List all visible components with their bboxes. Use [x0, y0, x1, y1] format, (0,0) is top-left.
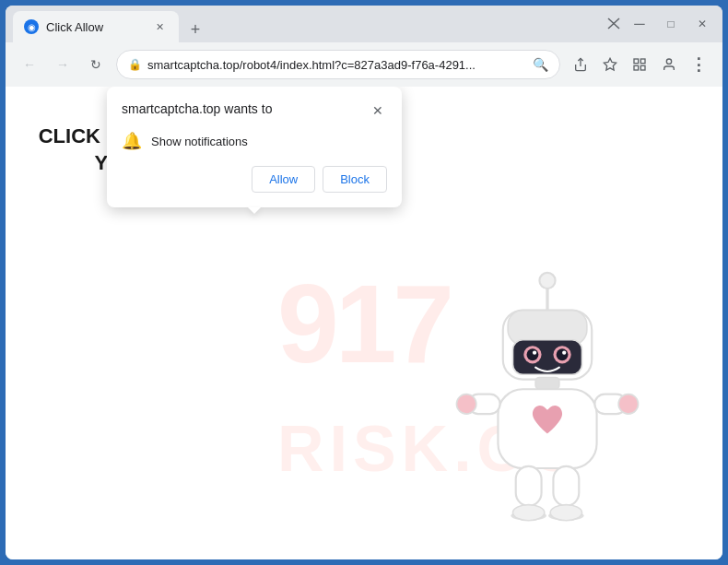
refresh-button[interactable]: ↻: [83, 52, 109, 77]
svg-point-30: [513, 505, 545, 521]
new-tab-button[interactable]: +: [182, 17, 208, 42]
robot-illustration: [446, 261, 649, 541]
active-tab[interactable]: Click Allow ✕: [13, 11, 179, 42]
svg-point-8: [666, 59, 671, 64]
svg-rect-7: [640, 65, 645, 70]
forward-button[interactable]: →: [50, 52, 76, 77]
svg-point-17: [557, 348, 569, 360]
popup-header: smartcaptcha.top wants to ✕: [122, 101, 387, 120]
svg-rect-4: [634, 59, 639, 64]
popup-title: smartcaptcha.top wants to: [122, 101, 272, 116]
svg-point-16: [527, 348, 539, 360]
svg-rect-26: [516, 466, 542, 506]
back-button[interactable]: ←: [17, 52, 42, 77]
window-controls: ─ □ ✕: [606, 11, 715, 37]
popup-buttons: Allow Block: [122, 166, 387, 193]
svg-point-31: [550, 505, 581, 521]
extensions-button[interactable]: [627, 52, 652, 77]
page-content: 917 RISK.CO CLICK «ALLOW» TO CONFIRM THA…: [6, 87, 722, 559]
profile-button[interactable]: [656, 52, 682, 77]
svg-point-25: [618, 394, 638, 414]
bookmark-button[interactable]: [597, 52, 623, 77]
toolbar-icons: ⋮: [568, 52, 711, 77]
browser-window: Click Allow ✕ + ─ □ ✕ ← → ↻ 🔒 s: [6, 6, 722, 559]
popup-notification-label: Show notifications: [151, 135, 248, 148]
search-icon: 🔍: [533, 57, 548, 72]
svg-rect-20: [535, 377, 559, 389]
minimize-button[interactable]: ─: [627, 11, 652, 37]
popup-close-button[interactable]: ✕: [369, 101, 387, 120]
url-text: smartcaptcha.top/robot4/index.html?c=827…: [147, 58, 527, 72]
svg-point-19: [562, 351, 566, 355]
share-button[interactable]: [568, 52, 593, 77]
bell-icon: 🔔: [122, 131, 142, 151]
svg-rect-27: [553, 466, 579, 506]
svg-rect-6: [634, 65, 639, 70]
svg-point-18: [533, 351, 536, 355]
notification-popup: smartcaptcha.top wants to ✕ 🔔 Show notif…: [107, 87, 402, 207]
menu-button[interactable]: ⋮: [686, 52, 711, 77]
svg-point-24: [456, 394, 476, 414]
address-bar: ← → ↻ 🔒 smartcaptcha.top/robot4/index.ht…: [6, 42, 722, 87]
tab-title: Click Allow: [46, 20, 144, 34]
allow-button[interactable]: Allow: [252, 166, 315, 193]
tab-area: Click Allow ✕ +: [13, 6, 595, 42]
svg-rect-13: [513, 340, 582, 375]
url-bar[interactable]: 🔒 smartcaptcha.top/robot4/index.html?c=8…: [116, 50, 560, 79]
watermark-line1: 917: [277, 260, 451, 387]
close-button[interactable]: ✕: [689, 11, 715, 37]
popup-notification-row: 🔔 Show notifications: [122, 131, 387, 151]
tab-favicon: [24, 19, 39, 34]
maximize-button[interactable]: □: [658, 11, 684, 37]
tab-close-button[interactable]: ✕: [151, 18, 168, 35]
svg-point-10: [539, 273, 555, 288]
block-button[interactable]: Block: [323, 166, 387, 193]
minimize-icon: [606, 17, 621, 31]
svg-rect-5: [640, 59, 645, 64]
lock-icon: 🔒: [128, 58, 142, 71]
svg-marker-3: [604, 58, 616, 70]
title-bar: Click Allow ✕ + ─ □ ✕: [6, 6, 722, 42]
